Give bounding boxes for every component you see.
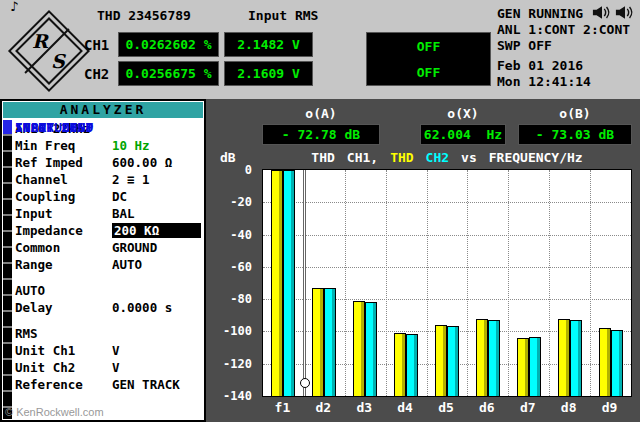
bar-ch2-d6 (488, 320, 500, 396)
menu-row-value: 10 Hz (112, 138, 201, 153)
ch1-rms-display: 2.1482 V (224, 32, 313, 57)
menu-spacer (15, 273, 201, 282)
v-gridline (386, 170, 387, 396)
x-tick-label: d3 (344, 400, 385, 415)
bar-ch1-d7 (517, 338, 529, 396)
chart-cursor-marker[interactable] (300, 378, 310, 388)
bar-ch1-d8 (558, 319, 570, 396)
logo-letter-r: R (32, 30, 48, 52)
menu-row-value: 200 KΩ (112, 223, 201, 238)
menu-cursor[interactable] (3, 120, 12, 134)
menu-row-value: GEN TRACK (112, 377, 201, 392)
ch2-rms-display: 2.1609 V (224, 61, 313, 86)
menu-row-value: DC (112, 189, 201, 204)
bar-ch1-d4 (394, 333, 406, 396)
menu-row-value: 2 ≡ 1 (112, 172, 201, 187)
ch2-thd-display: 0.0256675 % (118, 61, 219, 86)
menu-row-common[interactable]: CommonGROUND (15, 239, 201, 256)
menu-row-label: Reference (15, 377, 112, 392)
speaker-icon (592, 5, 612, 20)
date-label: Feb 01 2016 (497, 58, 630, 74)
menu-row-range[interactable]: RangeAUTO (15, 256, 201, 273)
chart-cursor-line[interactable] (303, 170, 306, 396)
y-tick-label: -20 (230, 195, 252, 209)
rs-logo: ♪ R S (4, 2, 90, 98)
time-label: Mon 12:41:14 (497, 74, 630, 90)
y-tick-label: -140 (223, 389, 252, 403)
bar-ch2-f1 (283, 170, 295, 396)
menu-row-label: Delay (15, 300, 112, 315)
bar-ch2-d9 (611, 330, 623, 396)
menu-row-unit-ch1[interactable]: Unit Ch1V (15, 342, 201, 359)
x-tick-label: d7 (507, 400, 548, 415)
y-tick-label: -60 (230, 260, 252, 274)
anl-status: ANL 1:CONT 2:CONT (497, 22, 630, 38)
h-gridline (263, 235, 631, 236)
menu-row-delay[interactable]: Delay0.0000 s (15, 299, 201, 316)
bar-ch1-f1 (271, 170, 283, 396)
menu-row-label: Impedance (15, 223, 112, 238)
bar-ch2-d2 (324, 288, 336, 396)
chart-title-segment: FREQUENCY/Hz (489, 150, 583, 165)
menu-row-value: 0.0000 s (112, 300, 201, 315)
x-tick-label: d6 (466, 400, 507, 415)
menu-row-label: Range (15, 257, 112, 272)
x-tick-label: d5 (426, 400, 467, 415)
menu-row-value: AUTO (15, 283, 201, 298)
plot-area[interactable] (262, 169, 632, 397)
menu-row-value: BAL (112, 206, 201, 221)
thd-title: THD 23456789 (97, 8, 191, 23)
menu-row-input-disp[interactable]: INPUT DISPRMS (15, 325, 201, 342)
y-tick-label: -40 (230, 228, 252, 242)
cursor-a-display: - 72.78 dB (262, 124, 380, 145)
chart-title-segment: CH2 (426, 150, 449, 165)
bar-ch2-d4 (406, 334, 418, 396)
menu-row-value: GROUND (112, 240, 201, 255)
cursor-b-display: - 73.03 dB (518, 124, 632, 145)
music-note-icon: ♪ (10, 0, 18, 14)
chart-title-segment: THD (311, 150, 334, 165)
y-tick-label: -100 (223, 324, 252, 338)
input-rms-title: Input RMS (248, 8, 318, 23)
cursor-x-label: o(X) (420, 106, 506, 121)
menu-row-value: RMS (15, 326, 201, 341)
menu-row-value: V (112, 343, 201, 358)
menu-spacer (15, 316, 201, 325)
menu-row-value: 600.00 Ω (112, 155, 201, 170)
bar-ch1-d2 (312, 288, 324, 396)
aux-display: OFF OFF (366, 32, 491, 86)
bar-ch1-d3 (353, 301, 365, 396)
y-tick-label: 0 (245, 163, 252, 177)
chart-panel: o(A) o(X) o(B) - 72.78 dB 62.004 Hz - 73… (206, 99, 640, 422)
analyzer-title: ANALYZER (3, 102, 203, 118)
bar-ch2-d5 (447, 326, 459, 396)
x-tick-label: d8 (548, 400, 589, 415)
chart-title: THDCH1,THDCH2vsFREQUENCY/Hz (262, 150, 632, 165)
menu-row-value: AUTO (112, 257, 201, 272)
v-gridline (345, 170, 346, 396)
h-gridline (263, 267, 631, 268)
menu-row-start-cond[interactable]: START CONDAUTO (15, 282, 201, 299)
bar-ch1-d5 (435, 325, 447, 396)
v-gridline (590, 170, 591, 396)
v-gridline (508, 170, 509, 396)
header: ♪ R S THD 23456789 Input RMS CH1 CH2 0.0… (0, 0, 640, 100)
menu-scrollbar[interactable] (3, 120, 12, 419)
x-tick-label: d4 (385, 400, 426, 415)
menu-row-impedance[interactable]: Impedance200 KΩ (15, 222, 201, 239)
bar-ch1-d9 (599, 328, 611, 396)
menu-row-label: Unit Ch2 (15, 360, 112, 375)
v-gridline (427, 170, 428, 396)
aux-ch2-value: OFF (417, 65, 440, 80)
menu-row-label: INPUT DISP (15, 120, 112, 220)
ch1-label: CH1 (84, 37, 109, 53)
menu-row-reference[interactable]: ReferenceGEN TRACK (15, 376, 201, 393)
cursor-a-label: o(A) (262, 106, 380, 121)
cursor-b-label: o(B) (518, 106, 632, 121)
bar-ch1-d6 (476, 319, 488, 396)
analyzer-menu: INSTRUMENTANLG 22kHzMin Freq10 HzRef Imp… (15, 120, 201, 393)
menu-row-unit-ch2[interactable]: Unit Ch2V (15, 359, 201, 376)
watermark: © KenRockwell.com (5, 406, 104, 418)
speaker-icon (615, 5, 635, 20)
ch2-label: CH2 (84, 66, 109, 82)
